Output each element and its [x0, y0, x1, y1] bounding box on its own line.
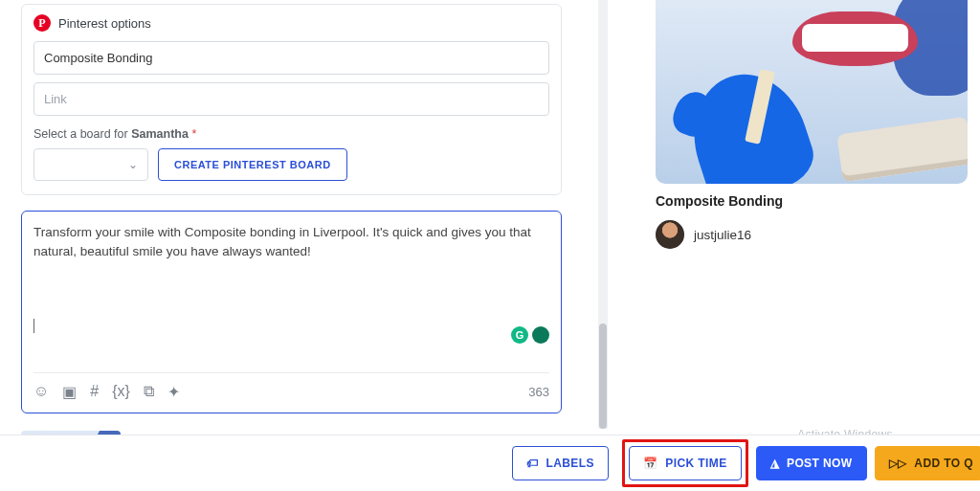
- caption-editor[interactable]: Transform your smile with Composite bond…: [21, 211, 562, 413]
- character-count: 363: [528, 385, 549, 399]
- preview-title: Composite Bonding: [656, 193, 968, 209]
- board-label-name: Samantha: [131, 127, 189, 141]
- calendar-icon: 📅: [643, 457, 657, 470]
- add-to-queue-button-text: ADD TO Q: [914, 457, 973, 470]
- add-to-queue-button[interactable]: ▷▷ ADD TO Q: [875, 446, 980, 480]
- pin-link-input[interactable]: [33, 82, 549, 116]
- pinterest-header: P Pinterest options: [33, 14, 549, 32]
- caption-toolbar: ☺ ▣ # {x} ⧉ ✦ 363: [33, 372, 549, 401]
- snippet-icon[interactable]: ⧉: [144, 383, 154, 401]
- pinterest-section-title: Pinterest options: [58, 16, 151, 31]
- preview-card: Composite Bonding justjulie16: [656, 0, 968, 249]
- pinterest-options-card: P Pinterest options Select a board for S…: [21, 4, 562, 195]
- required-asterisk: *: [191, 127, 196, 141]
- preview-user-row: justjulie16: [656, 220, 968, 249]
- labels-button-text: LABELS: [546, 457, 593, 470]
- tutorial-highlight: 📅 PICK TIME: [622, 439, 748, 487]
- grammar-badges: G: [511, 326, 549, 344]
- post-now-button[interactable]: ◮ POST NOW: [756, 446, 867, 480]
- pick-time-button[interactable]: 📅 PICK TIME: [629, 446, 742, 480]
- hashtag-icon[interactable]: #: [90, 383, 99, 401]
- pick-time-button-text: PICK TIME: [665, 457, 726, 470]
- image-icon[interactable]: ▣: [62, 383, 77, 401]
- avatar: [656, 220, 684, 249]
- board-select-dropdown[interactable]: ⌄: [33, 148, 148, 181]
- preview-username: justjulie16: [694, 228, 751, 242]
- send-icon: ◮: [770, 457, 779, 470]
- chevron-down-icon: ⌄: [128, 158, 138, 171]
- labels-button[interactable]: 🏷 LABELS: [512, 446, 609, 480]
- text-cursor: [33, 319, 34, 333]
- variable-icon[interactable]: {x}: [112, 383, 130, 401]
- post-preview-panel: Composite Bonding justjulie16: [598, 0, 980, 431]
- pin-title-input[interactable]: [33, 41, 549, 75]
- fast-forward-icon: ▷▷: [889, 457, 907, 470]
- assistant-icon[interactable]: [532, 326, 549, 344]
- caption-text[interactable]: Transform your smile with Composite bond…: [33, 223, 549, 315]
- tag-icon: 🏷: [526, 457, 538, 470]
- board-select-label: Select a board for Samantha *: [33, 127, 549, 141]
- post-now-button-text: POST NOW: [787, 457, 853, 470]
- pinterest-icon: P: [33, 14, 51, 32]
- preview-image: [656, 0, 968, 184]
- create-pinterest-board-button[interactable]: CREATE PINTEREST BOARD: [158, 148, 347, 181]
- grammarly-icon[interactable]: G: [511, 326, 528, 344]
- composer-panel: P Pinterest options Select a board for S…: [0, 0, 579, 440]
- footer-action-bar: 🏷 LABELS 📅 PICK TIME ◮ POST NOW ▷▷ ADD T…: [0, 435, 980, 491]
- ai-sparkle-icon[interactable]: ✦: [167, 383, 180, 401]
- board-label-prefix: Select a board for: [33, 127, 131, 141]
- emoji-icon[interactable]: ☺: [33, 383, 49, 401]
